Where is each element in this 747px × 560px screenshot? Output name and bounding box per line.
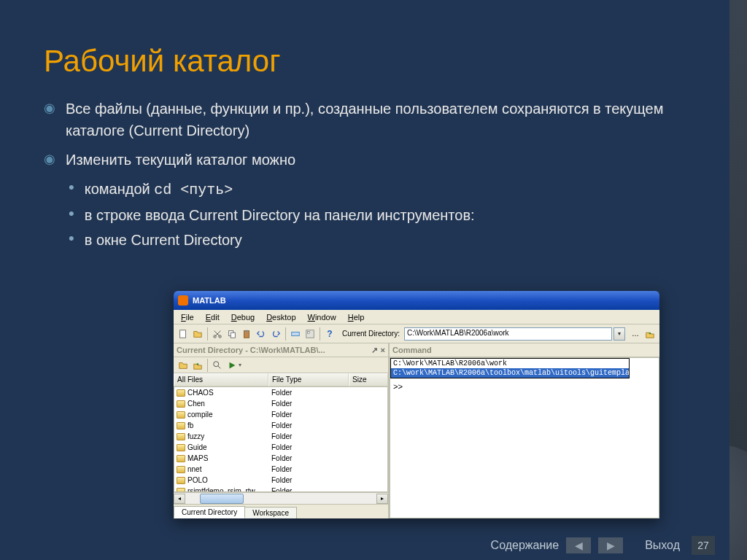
bullet-item: • в строке ввода Current Directory на па… [69, 204, 693, 226]
command-window[interactable]: C:\Work\MATLAB\R2006a\workC:\work\MATLAB… [390, 357, 659, 518]
svg-rect-4 [231, 332, 235, 338]
panel-title-text: Command [392, 346, 432, 354]
folder-icon [177, 433, 185, 440]
file-row[interactable]: GuideFolder [174, 442, 387, 453]
panel-undock-icon[interactable]: ↗ [371, 346, 378, 355]
guide-icon[interactable] [303, 327, 317, 341]
menu-bar: FileEditDebugDesktopWindowHelp [174, 310, 659, 324]
file-row[interactable]: fuzzyFolder [174, 431, 387, 442]
main-toolbar: ? Current Directory: C:\Work\MATLAB\R200… [174, 324, 659, 343]
bullet-marker-icon: • [69, 178, 74, 197]
run-icon[interactable] [225, 359, 239, 372]
panel-tab[interactable]: Workspace [244, 507, 297, 518]
folder-icon [177, 389, 185, 397]
bullet-item: ◉ Все файлы (данные, функции и пр.), соз… [44, 98, 693, 141]
file-row[interactable]: MAPSFolder [174, 453, 387, 464]
column-header[interactable]: All Files [174, 373, 268, 386]
menu-item[interactable]: Desktop [262, 311, 300, 323]
dropdown-item[interactable]: C:\work\MATLAB\R2006a\toolbox\matlab\uit… [391, 368, 629, 378]
panel-title-bar: Current Directory - C:\Work\MATLAB\... ↗… [174, 343, 388, 357]
menu-item[interactable]: Help [344, 311, 369, 323]
go-up-icon[interactable] [191, 359, 204, 372]
file-row[interactable]: compileFolder [174, 409, 387, 420]
new-folder-icon[interactable] [177, 359, 190, 372]
column-header[interactable]: File Type [268, 373, 349, 386]
scroll-right-icon[interactable]: ▸ [376, 494, 388, 504]
copy-icon[interactable] [225, 327, 239, 341]
horizontal-scrollbar[interactable]: ◂ ▸ [174, 492, 388, 504]
redo-icon[interactable] [269, 327, 282, 341]
panel-toolbar: ▾ [174, 357, 388, 373]
svg-rect-7 [292, 332, 300, 335]
menu-item[interactable]: File [177, 311, 198, 323]
folder-icon [177, 477, 185, 484]
matlab-app-icon [178, 295, 188, 306]
folder-icon [177, 444, 185, 451]
window-titlebar[interactable]: MATLAB [174, 291, 659, 310]
page-number: 27 [692, 536, 715, 555]
find-icon[interactable] [211, 359, 224, 372]
panel-close-icon[interactable]: × [381, 346, 385, 355]
file-row[interactable]: fbFolder [174, 420, 387, 431]
folder-icon [177, 488, 185, 493]
bullet-item: ◉ Изменить текущий каталог можно [44, 149, 693, 171]
browse-button[interactable]: … [629, 327, 642, 341]
exit-link[interactable]: Выход [645, 539, 680, 552]
slide-footer: Содержание ◀ ▶ Выход 27 [0, 531, 729, 560]
file-row[interactable]: ChenFolder [174, 398, 387, 409]
file-row[interactable]: rsimtfdemo_rsim_rtwFolder [174, 486, 387, 492]
next-slide-button[interactable]: ▶ [598, 537, 623, 553]
help-icon[interactable]: ? [323, 327, 336, 341]
simulink-icon[interactable] [289, 327, 302, 341]
folder-icon [177, 411, 185, 419]
bullets-container: ◉ Все файлы (данные, функции и пр.), соз… [44, 98, 693, 251]
file-row[interactable]: CHAOSFolder [174, 387, 387, 398]
svg-point-10 [214, 361, 219, 366]
file-list-header: All Files File Type Size [174, 373, 388, 386]
folder-icon [177, 455, 185, 462]
current-directory-panel: Current Directory - C:\Work\MATLAB\... ↗… [174, 343, 390, 518]
bullet-marker-icon: ◉ [44, 149, 55, 169]
menu-item[interactable]: Edit [201, 311, 224, 323]
scroll-left-icon[interactable]: ◂ [174, 494, 185, 504]
paste-icon[interactable] [240, 327, 253, 341]
bullet-marker-icon: • [69, 229, 74, 248]
folder-icon [177, 422, 185, 429]
bullet-item: • в окне Current Directory [69, 229, 693, 251]
panel-title-text: Current Directory - C:\Work\MATLAB\... [177, 346, 325, 354]
svg-rect-9 [308, 331, 310, 333]
new-file-icon[interactable] [177, 327, 190, 341]
scroll-thumb[interactable] [200, 494, 244, 504]
cut-icon[interactable] [211, 327, 224, 341]
bullet-text: в строке ввода Current Directory на пане… [85, 204, 475, 226]
svg-rect-0 [180, 330, 186, 338]
bullet-marker-icon: • [69, 204, 74, 223]
up-folder-icon[interactable] [643, 327, 657, 341]
file-row[interactable]: POLOFolder [174, 475, 387, 486]
window-title: MATLAB [193, 296, 226, 305]
folder-icon [177, 466, 185, 473]
command-prompt: >> [393, 383, 656, 392]
panel-tabs: Current DirectoryWorkspace [174, 504, 388, 518]
panel-tab[interactable]: Current Directory [174, 506, 245, 518]
dropdown-item[interactable]: C:\Work\MATLAB\R2006a\work [391, 359, 629, 368]
file-list[interactable]: CHAOSFolderChenFoldercompileFolderfbFold… [174, 386, 388, 492]
menu-item[interactable]: Debug [227, 311, 259, 323]
open-file-icon[interactable] [191, 327, 204, 341]
column-header[interactable]: Size [349, 373, 388, 386]
bullet-text: Все файлы (данные, функции и пр.), созда… [66, 98, 693, 141]
svg-rect-6 [245, 330, 248, 332]
matlab-window: MATLAB FileEditDebugDesktopWindowHelp ? … [174, 291, 659, 518]
bullet-text: Изменить текущий каталог можно [66, 149, 295, 171]
file-row[interactable]: nnetFolder [174, 464, 387, 475]
bullet-item: • командой cd <путь> [69, 178, 693, 201]
contents-link[interactable]: Содержание [491, 539, 560, 552]
panel-title-bar: Command [390, 343, 659, 357]
undo-icon[interactable] [255, 327, 268, 341]
command-window-panel: Command C:\Work\MATLAB\R2006a\workC:\wor… [390, 343, 659, 518]
current-directory-input[interactable]: C:\Work\MATLAB\R2006a\work [404, 327, 612, 341]
bullet-text: в окне Current Directory [85, 229, 242, 251]
prev-slide-button[interactable]: ◀ [566, 537, 591, 553]
directory-dropdown-button[interactable]: ▾ [614, 327, 625, 341]
menu-item[interactable]: Window [303, 311, 341, 323]
